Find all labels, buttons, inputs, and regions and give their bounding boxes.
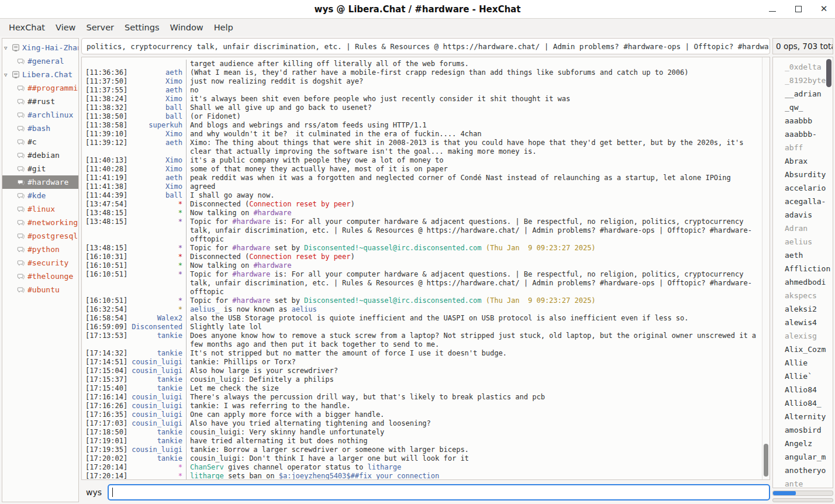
tree-item-#general[interactable]: #general xyxy=(2,54,78,68)
user-list-item[interactable]: Abrax xyxy=(785,154,833,168)
channel-icon xyxy=(17,232,25,240)
user-list-item[interactable]: Absurdity xyxy=(785,168,833,181)
tree-item-label: #python xyxy=(27,245,60,254)
user-list-item[interactable]: amosbird xyxy=(785,423,833,437)
user-list-item[interactable]: aaabbb- xyxy=(785,127,833,141)
menu-server[interactable]: Server xyxy=(81,20,119,34)
user-list-item[interactable]: ahmedbodi xyxy=(785,275,833,289)
tree-item-#hardware[interactable]: #hardware xyxy=(2,175,78,189)
user-list-item[interactable]: Allie` xyxy=(785,370,833,383)
user-list-item[interactable]: Angelz xyxy=(785,437,833,450)
nick: * xyxy=(129,472,186,479)
tree-item-#postgresql[interactable]: #postgresql xyxy=(2,229,78,243)
user-list-item[interactable]: Alternity xyxy=(785,410,833,423)
userlist-scrollbar-thumb[interactable] xyxy=(826,59,831,87)
tree-item-#kde[interactable]: #kde xyxy=(2,189,78,202)
user-list-item[interactable]: _0xdelta xyxy=(785,60,833,74)
message-segment-teal: Disconsented!~quassel@irc.disconsented.c… xyxy=(304,244,481,252)
expander-icon[interactable]: ▽ xyxy=(4,45,12,51)
tree-item-label: Xing-Hai-Zhan xyxy=(22,43,78,52)
tree-item-#security[interactable]: #security xyxy=(2,256,78,270)
user-list-item[interactable]: angular_m xyxy=(785,450,833,464)
menu-help[interactable]: Help xyxy=(209,20,239,34)
nick: cousin_luigi xyxy=(129,419,186,428)
tree-item-label: #linux xyxy=(27,205,55,213)
hexchat-window: wys @ Libera.Chat / #hardware - HexChat … xyxy=(0,0,835,504)
channel-icon xyxy=(17,272,25,281)
tree-item-#archlinux[interactable]: #archlinux xyxy=(2,108,78,122)
tree-item-#git[interactable]: #git xyxy=(2,162,78,175)
menu-view[interactable]: View xyxy=(50,20,81,34)
maximize-icon xyxy=(795,6,802,12)
user-list-item[interactable]: abff xyxy=(785,141,833,154)
user-list-item[interactable]: alexisg xyxy=(785,329,833,343)
user-list-item[interactable]: ante xyxy=(785,477,833,488)
maximize-button[interactable] xyxy=(793,4,803,15)
message-text: Disconnected (Connection reset by peer) xyxy=(186,200,762,209)
tree-item-##programming[interactable]: ##programming xyxy=(2,81,78,95)
user-list-item[interactable]: Alix_Cozm xyxy=(785,343,833,356)
message-segment xyxy=(482,296,486,305)
chat-line: [11:38:32]ballShall we all give up and g… xyxy=(82,103,762,112)
tree-item-#python[interactable]: #python xyxy=(2,243,78,256)
nick: cousin_luigi xyxy=(129,446,186,454)
user-list-item[interactable]: aelius xyxy=(785,235,833,248)
user-list-item[interactable]: _qw_ xyxy=(785,101,833,114)
tree-item-#c[interactable]: #c xyxy=(2,135,78,149)
tree-item-#linux[interactable]: #linux xyxy=(2,202,78,216)
message-input[interactable] xyxy=(108,484,770,500)
tree-item-##rust[interactable]: ##rust xyxy=(2,95,78,108)
tree-item-#ubuntu[interactable]: #ubuntu xyxy=(2,283,78,296)
message-segment: (or Fidonet) xyxy=(190,112,241,120)
user-list-item[interactable]: adavis xyxy=(785,208,833,222)
chat-messages[interactable]: target audience after killing off litera… xyxy=(82,57,762,479)
user-list-item[interactable]: akspecs xyxy=(785,289,833,302)
channel-icon xyxy=(17,246,25,254)
user-list-item[interactable]: acegalla- xyxy=(785,195,833,208)
channel-icon xyxy=(17,192,25,200)
channel-icon xyxy=(17,165,25,173)
user-list-item[interactable]: Affliction xyxy=(785,262,833,275)
tree-item-label: #security xyxy=(27,258,68,267)
expander-icon[interactable]: ▽ xyxy=(4,72,12,78)
chat-scrollbar[interactable] xyxy=(762,57,770,479)
tree-item-Libera.Chat[interactable]: ▽Libera.Chat xyxy=(2,68,78,81)
user-list-item[interactable]: _8192byte xyxy=(785,74,833,87)
user-list-item[interactable]: __adrian xyxy=(785,87,833,101)
timestamp: [11:40:28] xyxy=(82,165,129,174)
server-tree[interactable]: ▽Xing-Hai-Zhan#general▽Libera.Chat##prog… xyxy=(2,38,79,502)
menu-window[interactable]: Window xyxy=(165,20,209,34)
tree-item-#thelounge[interactable]: #thelounge xyxy=(2,270,78,283)
message-segment-teal: ChanServ xyxy=(190,463,224,471)
user-list-item[interactable]: alewis4 xyxy=(785,316,833,329)
user-list[interactable]: _0xdelta_8192byte__adrian_qw_aaabbbaaabb… xyxy=(772,57,833,488)
user-list-item[interactable]: aeth xyxy=(785,248,833,262)
chat-scrollbar-thumb[interactable] xyxy=(764,444,768,477)
tree-item-label: #thelounge xyxy=(27,272,73,281)
user-list-item[interactable]: Allie xyxy=(785,356,833,370)
nick: * xyxy=(129,209,186,218)
nick: cousin_luigi xyxy=(129,358,186,367)
tree-item-Xing-Hai-Zhan[interactable]: ▽Xing-Hai-Zhan xyxy=(2,41,78,54)
user-list-item[interactable]: anotheryo xyxy=(785,464,833,477)
close-icon: ✕ xyxy=(820,5,828,13)
message-segment-purple: #hardware xyxy=(232,270,270,278)
message-segment: just now realizing reddit is dogshit aye… xyxy=(190,77,363,85)
nick: cousin_luigi xyxy=(129,410,186,419)
topic-bar[interactable]: politics, cryptocurrency talk, unfair di… xyxy=(81,38,770,54)
user-list-item[interactable]: aaabbb xyxy=(785,114,833,127)
tree-item-#networking[interactable]: #networking xyxy=(2,216,78,229)
menu-hexchat[interactable]: HexChat xyxy=(4,20,50,34)
user-list-item[interactable]: aleksi2 xyxy=(785,302,833,316)
tree-item-#debian[interactable]: #debian xyxy=(2,149,78,162)
user-list-item[interactable]: accelario xyxy=(785,181,833,195)
tree-item-#bash[interactable]: #bash xyxy=(2,122,78,135)
menu-settings[interactable]: Settings xyxy=(119,20,164,34)
timestamp: [16:10:51] xyxy=(82,270,129,279)
user-list-item[interactable]: Adran xyxy=(785,222,833,235)
minimize-button[interactable] xyxy=(767,4,778,15)
user-list-item[interactable]: Allio84 xyxy=(785,383,833,396)
message-text: ChanServ gives channel operator status t… xyxy=(186,463,762,472)
user-list-item[interactable]: Allio84_ xyxy=(785,396,833,410)
close-button[interactable]: ✕ xyxy=(819,4,829,15)
